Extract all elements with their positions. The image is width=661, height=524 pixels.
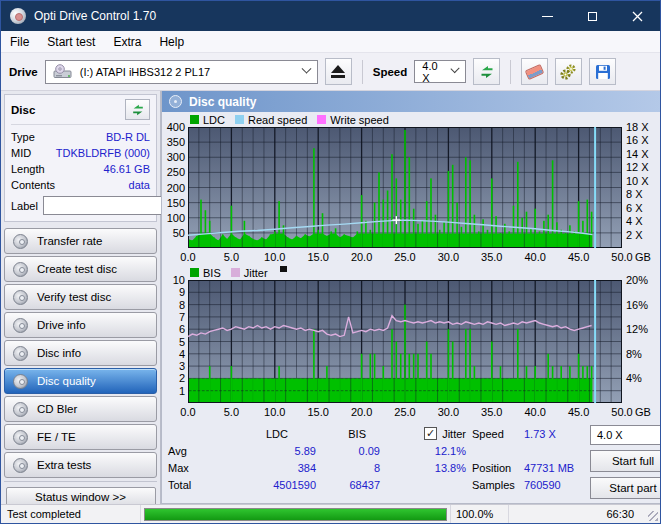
menu-extra[interactable]: Extra	[104, 31, 150, 52]
axis-tick-label: 50.0	[607, 251, 637, 263]
menu-file[interactable]: File	[1, 31, 38, 52]
minimize-button[interactable]	[525, 1, 570, 31]
axis-tick-label: 3	[179, 360, 185, 372]
settings-button[interactable]	[555, 58, 582, 85]
close-icon	[632, 11, 643, 22]
max-ldc: 384	[206, 462, 316, 474]
progress-bar	[144, 508, 447, 521]
disc-length-value: 46.61 GB	[104, 163, 150, 175]
disc-contents-label: Contents	[11, 179, 55, 191]
sidebar-item-verify-test-disc[interactable]: Verify test disc	[4, 284, 157, 310]
position-label: Position	[472, 462, 524, 474]
gears-icon	[560, 63, 577, 80]
drive-disc-icon	[53, 64, 73, 79]
axis-tick-label: 35.0	[477, 251, 507, 263]
axis-tick-label: 45.0	[564, 406, 594, 418]
sidebar-item-drive-info[interactable]: Drive info	[4, 312, 157, 338]
main-panel: Disc quality LDCRead speedWrite speed 40…	[161, 91, 661, 504]
avg-ldc: 5.89	[206, 445, 316, 457]
disc-refresh-button[interactable]	[125, 99, 150, 120]
progress-percent: 100.0%	[451, 505, 509, 523]
refresh-icon	[131, 103, 145, 117]
legend-item: Jitter	[231, 267, 268, 279]
disc-icon	[13, 402, 28, 417]
sidebar-item-transfer-rate[interactable]: Transfer rate	[4, 228, 157, 254]
axis-tick-label: 4%	[626, 372, 642, 384]
axis-tick-label: 40.0	[520, 251, 550, 263]
eject-button[interactable]	[325, 58, 352, 85]
resize-grip[interactable]	[648, 511, 658, 521]
minimize-icon	[542, 16, 553, 17]
start-part-button[interactable]: Start part	[590, 477, 661, 499]
axis-tick-label: 45.0	[564, 251, 594, 263]
axis-tick-label: 6	[179, 323, 185, 335]
axis-tick-label: 400	[167, 121, 185, 133]
menu-help[interactable]: Help	[150, 31, 193, 52]
sidebar-item-fe-te[interactable]: FE / TE	[4, 424, 157, 450]
axis-tick-label: 25.0	[390, 251, 420, 263]
drive-select[interactable]: (I:) ATAPI iHBS312 2 PL17	[45, 60, 318, 84]
table-row-max: Max 384 8 13.8%	[168, 459, 466, 476]
sidebar-item-disc-quality[interactable]: Disc quality	[4, 368, 157, 394]
axis-tick-label: 50.0	[607, 406, 637, 418]
speed-readout-label: Speed	[472, 428, 524, 440]
sidebar-item-extra-tests[interactable]: Extra tests	[4, 452, 157, 478]
toolbar-separator	[362, 60, 363, 84]
disc-type-value: BD-R DL	[106, 131, 150, 143]
statusbar: Test completed 100.0% 66:30	[1, 504, 660, 523]
legend-label: Read speed	[248, 114, 307, 126]
sidebar-item-disc-info[interactable]: Disc info	[4, 340, 157, 366]
black-square-marker	[280, 266, 287, 272]
avg-bis: 0.09	[316, 445, 380, 457]
disc-icon	[13, 458, 28, 473]
bis-chart-left-axis: 10987654321	[162, 280, 188, 405]
axis-tick-label: 10.0	[260, 406, 290, 418]
col-header-bis: BIS	[316, 428, 380, 440]
axis-tick-label: 0.0	[173, 251, 203, 263]
total-ldc: 4501590	[206, 479, 316, 491]
sidebar-item-create-test-disc[interactable]: Create test disc	[4, 256, 157, 282]
axis-tick-label: 12%	[626, 323, 648, 335]
disc-info-panel: Disc Type BD-R DL MID TDKBLDRFB (000)	[4, 94, 157, 222]
save-button[interactable]	[589, 58, 616, 85]
disc-panel-title: Disc	[11, 104, 35, 116]
stats-readout: Speed 1.73 X Position 47731 MB Samples 7…	[472, 425, 590, 499]
axis-tick-label: 40.0	[520, 406, 550, 418]
drive-label: Drive	[9, 66, 38, 78]
axis-tick-label: 200	[167, 182, 185, 194]
legend-item: Write speed	[317, 114, 389, 126]
maximize-button[interactable]	[570, 1, 615, 31]
legend-label: BIS	[203, 267, 221, 279]
axis-tick-label: GB	[635, 406, 657, 418]
start-full-button[interactable]: Start full	[590, 450, 661, 472]
toolbar-speed-select[interactable]: 4.0 X	[414, 60, 466, 83]
jitter-checkbox[interactable]: ✓	[424, 427, 437, 440]
axis-tick-label: 6 X	[626, 202, 643, 214]
legend-swatch	[317, 115, 326, 124]
legend-swatch	[190, 268, 199, 277]
axis-tick-label: 50	[173, 227, 185, 239]
axis-tick-label: 100	[167, 212, 185, 224]
avg-jitter: 12.1%	[380, 445, 466, 457]
erase-disc-button[interactable]	[521, 58, 548, 85]
disc-icon	[169, 95, 182, 108]
check-icon: ✓	[426, 427, 435, 440]
legend-swatch	[231, 268, 240, 277]
close-button[interactable]	[615, 1, 660, 31]
axis-tick-label: 5.0	[216, 406, 246, 418]
test-speed-value: 4.0 X	[597, 429, 623, 441]
disc-label-label: Label	[11, 200, 38, 212]
speed-label: Speed	[373, 66, 408, 78]
axis-tick-label: 7	[179, 311, 185, 323]
sidebar-item-cd-bler[interactable]: CD Bler	[4, 396, 157, 422]
elapsed-time: 66:30	[509, 505, 660, 523]
axis-tick-label: 5.0	[216, 251, 246, 263]
window-title: Opti Drive Control 1.70	[34, 9, 156, 23]
refresh-button[interactable]	[473, 58, 500, 85]
legend-label: Write speed	[330, 114, 389, 126]
axis-tick-label: 8%	[626, 348, 642, 360]
test-speed-select[interactable]: 4.0 X	[590, 425, 661, 445]
table-row-total: Total 4501590 68437	[168, 476, 466, 493]
axis-tick-label: 0.0	[173, 406, 203, 418]
menu-start-test[interactable]: Start test	[38, 31, 104, 52]
